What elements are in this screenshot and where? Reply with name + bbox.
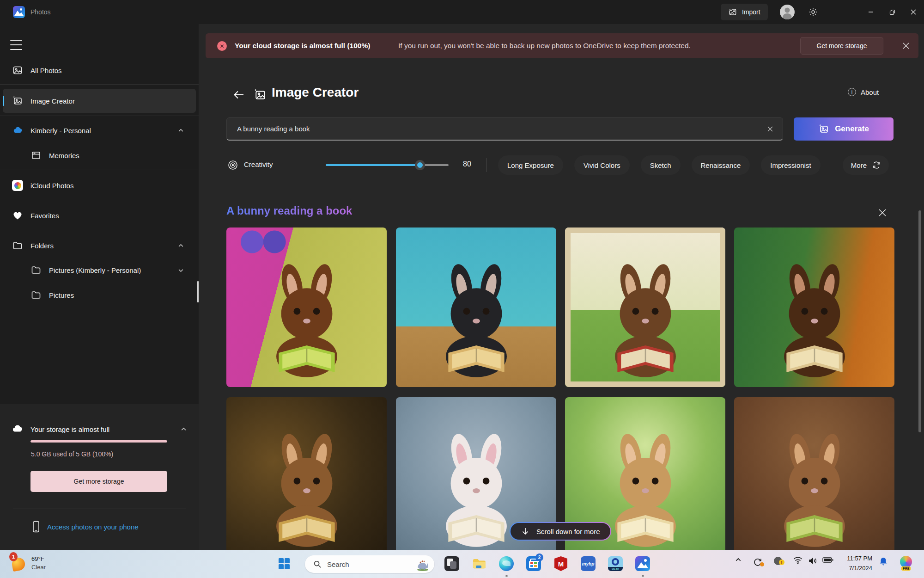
- sidebar-item-folders[interactable]: Folders: [3, 234, 196, 258]
- sidebar-item-pictures-kimberly[interactable]: Pictures (Kimberly - Personal): [3, 258, 196, 282]
- close-button[interactable]: [903, 0, 924, 24]
- more-styles-button[interactable]: More: [843, 155, 889, 175]
- chevron-up-icon[interactable]: [178, 128, 184, 134]
- tray-chevron-up-icon[interactable]: [733, 557, 744, 563]
- results-heading: A bunny reading a book: [226, 204, 352, 217]
- sidebar-separator: [0, 116, 199, 116]
- image-creator-title-icon: [253, 88, 267, 102]
- sidebar-separator: [0, 84, 199, 85]
- myhp-icon[interactable]: myhp: [580, 556, 596, 572]
- sidebar-item-favorites[interactable]: Favorites: [3, 203, 196, 228]
- chevron-down-icon[interactable]: [178, 267, 184, 273]
- hp-beta-app-icon[interactable]: BETA: [608, 556, 623, 572]
- back-arrow-button[interactable]: [232, 88, 246, 102]
- info-icon: i: [848, 88, 856, 96]
- sidebar-item-label: Image Creator: [30, 97, 75, 105]
- prompt-input[interactable]: [226, 117, 783, 141]
- weather-widget[interactable]: 1 69°F Clear: [10, 553, 46, 573]
- storage-title: Your storage is almost full: [30, 425, 109, 433]
- start-button[interactable]: [276, 556, 292, 572]
- running-indicator: [642, 575, 644, 577]
- import-button[interactable]: Import: [721, 4, 768, 20]
- chip-long-exposure[interactable]: Long Exposure: [498, 155, 563, 175]
- clock[interactable]: 11:57 PM 7/1/2024: [830, 554, 872, 573]
- photos-app-window: Photos Import: [0, 0, 924, 578]
- storage-progress-bar: [30, 440, 167, 443]
- image-creator-icon: [12, 95, 23, 106]
- sidebar-item-label: Memories: [49, 152, 79, 160]
- menu-toggle-button[interactable]: [10, 39, 22, 51]
- generated-image[interactable]: [396, 228, 556, 387]
- chip-renaissance[interactable]: Renaissance: [692, 155, 750, 175]
- phone-icon: [32, 521, 40, 533]
- results-close-icon[interactable]: [877, 207, 888, 218]
- minimize-button[interactable]: [860, 0, 881, 24]
- get-more-storage-button[interactable]: Get more storage: [30, 471, 167, 492]
- sidebar-item-memories[interactable]: Memories: [3, 143, 196, 167]
- microsoft-store-icon[interactable]: 2: [526, 556, 541, 572]
- access-photos-phone-link[interactable]: Access photos on your phone: [32, 521, 139, 533]
- restore-button[interactable]: [881, 0, 903, 24]
- creativity-target-icon: [227, 160, 238, 171]
- banner-title: Your cloud storage is almost full (100%): [235, 33, 370, 58]
- app-icon-dark-window[interactable]: [444, 556, 460, 572]
- volume-icon[interactable]: [807, 557, 819, 565]
- folder-icon: [12, 240, 23, 251]
- banner-close-icon[interactable]: [901, 41, 911, 51]
- settings-gear-icon[interactable]: [804, 0, 822, 24]
- update-sync-icon[interactable]: [751, 557, 764, 567]
- creativity-slider-fill: [326, 164, 420, 166]
- chip-impressionist[interactable]: Impressionist: [761, 155, 820, 175]
- sidebar-item-pictures[interactable]: Pictures: [3, 283, 196, 307]
- scroll-down-for-more-button[interactable]: Scroll down for more: [510, 522, 611, 541]
- creativity-slider[interactable]: [326, 155, 449, 175]
- sidebar-item-icloud-photos[interactable]: iCloud Photos: [3, 173, 196, 197]
- folder-icon: [30, 289, 42, 301]
- store-badge: 2: [535, 553, 543, 561]
- chevron-up-icon[interactable]: [178, 243, 184, 249]
- generated-image[interactable]: [226, 397, 387, 557]
- notification-bell-icon[interactable]: [877, 557, 890, 566]
- generated-image[interactable]: [734, 228, 894, 387]
- chevron-up-icon[interactable]: [181, 426, 187, 432]
- running-indicator: [505, 575, 508, 577]
- clear-prompt-icon[interactable]: [766, 125, 774, 133]
- generated-image[interactable]: [565, 228, 725, 387]
- storage-progress-fill: [30, 440, 167, 443]
- wifi-icon[interactable]: [792, 557, 804, 564]
- taskbar: 1 69°F Clear Search: [0, 550, 924, 578]
- edge-browser-icon[interactable]: [498, 556, 514, 572]
- creativity-value: 80: [463, 160, 471, 168]
- about-button[interactable]: i About: [848, 88, 879, 96]
- divider: [486, 158, 486, 172]
- chip-vivid-colors[interactable]: Vivid Colors: [574, 155, 630, 175]
- error-icon: ✕: [217, 41, 227, 51]
- style-chips: Long Exposure Vivid Colors Sketch Renais…: [498, 155, 821, 175]
- sidebar-item-image-creator[interactable]: Image Creator: [3, 89, 196, 113]
- generate-button[interactable]: Generate: [794, 117, 894, 141]
- sidebar-separator: [0, 170, 199, 170]
- sidebar-item-label: Pictures (Kimberly - Personal): [49, 266, 141, 274]
- sidebar-item-label: Folders: [30, 242, 54, 250]
- weather-condition: Clear: [31, 563, 46, 572]
- alert-status-icon[interactable]: !: [772, 557, 784, 565]
- sidebar: All Photos Image Creator Kimberly - Pers…: [0, 24, 199, 578]
- refresh-icon: [872, 161, 881, 169]
- file-explorer-icon[interactable]: [471, 556, 487, 572]
- generated-image[interactable]: [734, 397, 894, 557]
- account-avatar[interactable]: [780, 5, 795, 19]
- main-content: ✕ Your cloud storage is almost full (100…: [199, 24, 924, 550]
- generated-image[interactable]: [226, 228, 387, 387]
- mcafee-icon[interactable]: M: [553, 556, 569, 572]
- search-icon: [313, 560, 322, 568]
- banner-get-more-storage-button[interactable]: Get more storage: [800, 37, 883, 55]
- main-scrollbar[interactable]: [918, 210, 921, 432]
- creativity-slider-thumb[interactable]: [415, 160, 425, 170]
- photos-taskbar-icon[interactable]: [635, 556, 650, 572]
- sidebar-item-all-photos[interactable]: All Photos: [3, 58, 196, 82]
- chip-sketch[interactable]: Sketch: [641, 155, 681, 175]
- sidebar-item-onedrive-kimberly[interactable]: Kimberly - Personal: [3, 118, 196, 142]
- creativity-row: Creativity 80 Long Exposure Vivid Colors…: [226, 155, 924, 175]
- taskbar-search[interactable]: Search: [305, 555, 434, 573]
- copilot-icon[interactable]: PRE: [900, 556, 913, 569]
